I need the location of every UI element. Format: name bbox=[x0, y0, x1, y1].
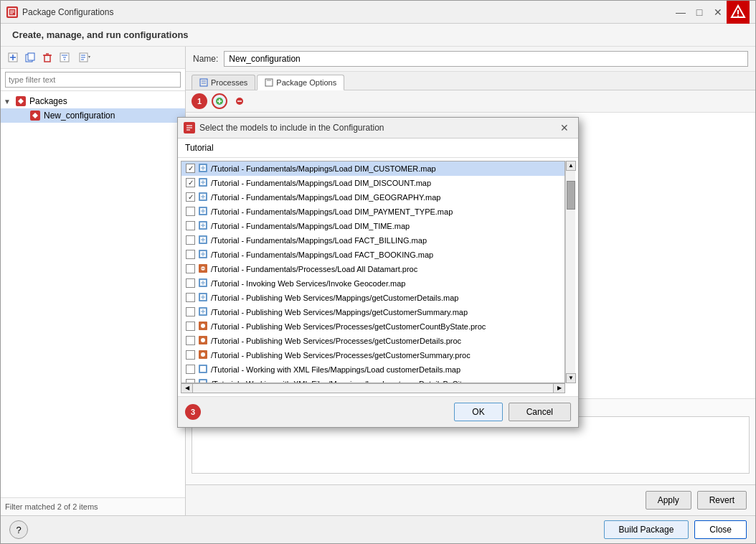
dialog-ok-button[interactable]: OK bbox=[454, 403, 502, 421]
item-icon-10 bbox=[198, 306, 208, 318]
dialog-list-item-3[interactable]: /Tutorial - Fundamentals/Mappings/Load D… bbox=[181, 205, 564, 219]
item-label-10: /Tutorial - Publishing Web Services/Mapp… bbox=[211, 308, 468, 316]
step-3-badge: 3 bbox=[185, 404, 201, 420]
item-icon-11 bbox=[198, 321, 208, 332]
select-models-dialog: Select the models to include in the Conf… bbox=[177, 117, 579, 428]
dialog-list-item-9[interactable]: /Tutorial - Publishing Web Services/Mapp… bbox=[181, 291, 564, 305]
dialog-list-item-0[interactable]: /Tutorial - Fundamentals/Mappings/Load D… bbox=[181, 161, 564, 176]
checkbox-10[interactable] bbox=[186, 307, 195, 316]
dialog-close-button[interactable]: ✕ bbox=[557, 121, 572, 135]
item-label-5: /Tutorial - Fundamentals/Mappings/Load F… bbox=[211, 236, 427, 245]
dialog-header-text: Tutorial bbox=[185, 143, 214, 153]
item-label-2: /Tutorial - Fundamentals/Mappings/Load D… bbox=[211, 193, 440, 202]
item-icon-9 bbox=[198, 292, 208, 304]
item-icon-15 bbox=[198, 378, 208, 383]
checkbox-1[interactable] bbox=[186, 178, 195, 187]
item-icon-8 bbox=[198, 278, 208, 289]
checkbox-2[interactable] bbox=[186, 192, 195, 202]
dialog-list-item-8[interactable]: /Tutorial - Invoking Web Services/Invoke… bbox=[181, 276, 564, 291]
checkbox-0[interactable] bbox=[186, 164, 195, 173]
dialog-list-item-2[interactable]: /Tutorial - Fundamentals/Mappings/Load D… bbox=[181, 190, 564, 205]
vscroll-down[interactable]: ▼ bbox=[566, 373, 576, 383]
vscroll-up[interactable]: ▲ bbox=[566, 161, 576, 171]
item-icon-0 bbox=[198, 163, 208, 174]
item-icon-4 bbox=[198, 220, 208, 232]
dialog-body: /Tutorial - Fundamentals/Mappings/Load D… bbox=[178, 158, 578, 396]
checkbox-14[interactable] bbox=[186, 365, 195, 374]
dialog-footer: 3 OK Cancel bbox=[178, 396, 578, 427]
dialog-app-icon bbox=[184, 122, 195, 133]
hscroll-left[interactable]: ◀ bbox=[181, 384, 193, 393]
checkbox-13[interactable] bbox=[186, 350, 195, 360]
item-icon-14 bbox=[198, 364, 208, 375]
dialog-list-item-13[interactable]: /Tutorial - Publishing Web Services/Proc… bbox=[181, 348, 564, 362]
dialog-list-item-15[interactable]: /Tutorial - Working with XML Files/Mappi… bbox=[181, 377, 564, 383]
dialog-overlay: Select the models to include in the Conf… bbox=[0, 0, 756, 544]
item-label-14: /Tutorial - Working with XML Files/Mappi… bbox=[211, 365, 460, 374]
dialog-list-item-5[interactable]: /Tutorial - Fundamentals/Mappings/Load F… bbox=[181, 233, 564, 248]
vscroll-thumb[interactable] bbox=[567, 181, 575, 210]
svg-point-98 bbox=[201, 352, 205, 357]
dialog-title: Select the models to include in the Conf… bbox=[199, 123, 557, 133]
item-label-6: /Tutorial - Fundamentals/Mappings/Load F… bbox=[211, 250, 433, 259]
dialog-vscrollbar[interactable]: ▲ ▼ bbox=[565, 161, 575, 383]
item-icon-13 bbox=[198, 350, 208, 361]
item-label-4: /Tutorial - Fundamentals/Mappings/Load D… bbox=[211, 222, 410, 230]
hscroll-right[interactable]: ▶ bbox=[553, 384, 564, 393]
item-label-8: /Tutorial - Invoking Web Services/Invoke… bbox=[211, 279, 405, 288]
checkbox-8[interactable] bbox=[186, 278, 195, 288]
dialog-list-item-12[interactable]: /Tutorial - Publishing Web Services/Proc… bbox=[181, 334, 564, 348]
item-label-11: /Tutorial - Publishing Web Services/Proc… bbox=[211, 322, 486, 331]
item-icon-2 bbox=[198, 192, 208, 203]
item-icon-12 bbox=[198, 335, 208, 347]
dialog-list-item-7[interactable]: /Tutorial - Fundamentals/Processes/Load … bbox=[181, 262, 564, 276]
checkbox-3[interactable] bbox=[186, 207, 195, 216]
dialog-title-bar: Select the models to include in the Conf… bbox=[178, 118, 578, 139]
dialog-list-item-1[interactable]: /Tutorial - Fundamentals/Mappings/Load D… bbox=[181, 176, 564, 190]
item-icon-3 bbox=[198, 206, 208, 217]
dialog-list-item-4[interactable]: /Tutorial - Fundamentals/Mappings/Load D… bbox=[181, 219, 564, 233]
hscrollbar[interactable]: ◀ ▶ bbox=[181, 383, 565, 393]
item-icon-6 bbox=[198, 249, 208, 261]
item-label-3: /Tutorial - Fundamentals/Mappings/Load D… bbox=[211, 207, 453, 216]
item-label-13: /Tutorial - Publishing Web Services/Proc… bbox=[211, 351, 471, 360]
checkbox-6[interactable] bbox=[186, 250, 195, 259]
item-icon-1 bbox=[198, 177, 208, 189]
svg-point-96 bbox=[201, 338, 205, 342]
item-label-9: /Tutorial - Publishing Web Services/Mapp… bbox=[211, 294, 458, 302]
item-icon-5 bbox=[198, 235, 208, 246]
dialog-list-item-6[interactable]: /Tutorial - Fundamentals/Mappings/Load F… bbox=[181, 248, 564, 262]
svg-point-94 bbox=[201, 324, 205, 328]
item-label-7: /Tutorial - Fundamentals/Processes/Load … bbox=[211, 265, 417, 273]
dialog-list-item-11[interactable]: /Tutorial - Publishing Web Services/Proc… bbox=[181, 319, 564, 334]
svg-rect-100 bbox=[200, 366, 206, 372]
dialog-list-item-14[interactable]: /Tutorial - Working with XML Files/Mappi… bbox=[181, 362, 564, 377]
dialog-list-item-10[interactable]: /Tutorial - Publishing Web Services/Mapp… bbox=[181, 305, 564, 319]
dialog-list[interactable]: /Tutorial - Fundamentals/Mappings/Load D… bbox=[181, 161, 565, 383]
item-label-1: /Tutorial - Fundamentals/Mappings/Load D… bbox=[211, 179, 431, 187]
checkbox-9[interactable] bbox=[186, 293, 195, 302]
checkbox-11[interactable] bbox=[186, 322, 195, 331]
checkbox-5[interactable] bbox=[186, 235, 195, 245]
checkbox-12[interactable] bbox=[186, 336, 195, 345]
item-icon-7 bbox=[198, 263, 208, 275]
checkbox-7[interactable] bbox=[186, 264, 195, 273]
item-label-12: /Tutorial - Publishing Web Services/Proc… bbox=[211, 337, 461, 345]
dialog-header: Tutorial bbox=[178, 139, 578, 158]
item-label-0: /Tutorial - Fundamentals/Mappings/Load D… bbox=[211, 164, 436, 173]
dialog-cancel-button[interactable]: Cancel bbox=[509, 403, 571, 421]
checkbox-4[interactable] bbox=[186, 221, 195, 230]
